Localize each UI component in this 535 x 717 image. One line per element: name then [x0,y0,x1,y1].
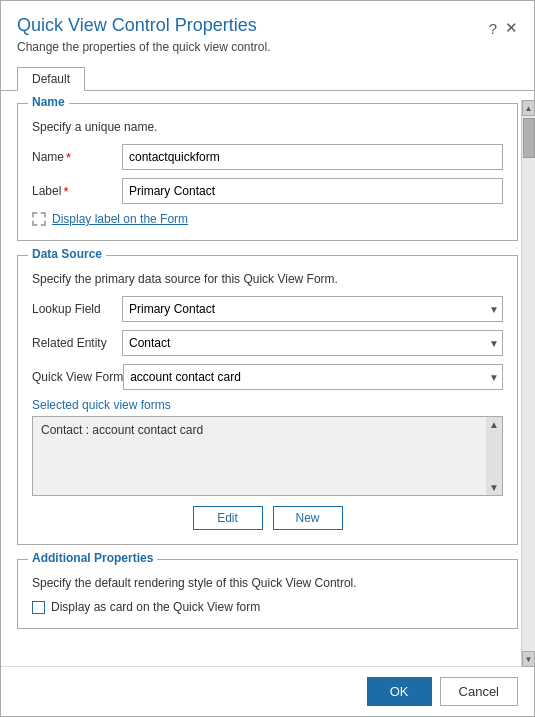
datasource-legend: Data Source [28,247,106,261]
help-icon[interactable]: ? [489,20,497,37]
display-label-text[interactable]: Display label on the Form [52,212,188,226]
additional-section: Additional Properties Specify the defaul… [17,559,518,629]
tab-default[interactable]: Default [17,67,85,91]
datasource-description: Specify the primary data source for this… [32,272,503,286]
quickviewform-label: Quick View Form [32,370,123,384]
label-row: Label * [32,178,503,204]
selected-forms-item: Contact : account contact card [37,421,484,439]
form-row: Quick View Form account contact card ▼ [32,364,503,390]
scroll-up-icon[interactable]: ▲ [489,419,499,430]
name-required: * [66,150,71,165]
tabs-bar: Default [1,58,534,90]
dialog-scrollbar: ▲ ▼ [521,100,535,667]
footer: OK Cancel [1,666,534,716]
edit-button[interactable]: Edit [193,506,263,530]
entity-select-wrapper: Contact ▼ [122,330,503,356]
card-checkbox[interactable] [32,601,45,614]
entity-row: Related Entity Contact ▼ [32,330,503,356]
datasource-section: Data Source Specify the primary data sou… [17,255,518,545]
name-description: Specify a unique name. [32,120,503,134]
name-row: Name * [32,144,503,170]
selected-forms-label: Selected quick view forms [32,398,503,412]
lookup-row: Lookup Field Primary Contact ▼ [32,296,503,322]
entity-label: Related Entity [32,336,122,350]
scrollbar-up-btn[interactable]: ▲ [522,100,535,116]
cancel-button[interactable]: Cancel [440,677,518,706]
new-button[interactable]: New [273,506,343,530]
lookup-label: Lookup Field [32,302,122,316]
label-required: * [63,184,68,199]
scrollbar-down-btn[interactable]: ▼ [522,651,535,667]
dialog-title: Quick View Control Properties [17,15,270,36]
selected-forms-scrollbar: ▲ ▼ [486,417,502,495]
name-input[interactable] [122,144,503,170]
display-label-row: Display label on the Form [32,212,503,226]
lookup-select-wrapper: Primary Contact ▼ [122,296,503,322]
display-label-checkbox[interactable] [32,212,46,226]
ok-button[interactable]: OK [367,677,432,706]
edit-new-row: Edit New [32,506,503,530]
content-area: Name Specify a unique name. Name * Label… [1,90,534,666]
name-section: Name Specify a unique name. Name * Label… [17,103,518,241]
additional-description: Specify the default rendering style of t… [32,576,503,590]
additional-legend: Additional Properties [28,551,157,565]
card-checkbox-label: Display as card on the Quick View form [51,600,260,614]
scroll-down-icon[interactable]: ▼ [489,482,499,493]
selected-forms-box: Contact : account contact card ▲ ▼ [32,416,503,496]
name-label: Name * [32,150,122,165]
dialog: Quick View Control Properties Change the… [0,0,535,717]
entity-select[interactable]: Contact [122,330,503,356]
label-input[interactable] [122,178,503,204]
scrollbar-thumb[interactable] [523,118,535,158]
title-actions: ? ✕ [489,15,518,37]
form-select-wrapper: account contact card ▼ [123,364,503,390]
dialog-subtitle: Change the properties of the quick view … [17,40,270,54]
lookup-select[interactable]: Primary Contact [122,296,503,322]
title-bar: Quick View Control Properties Change the… [1,1,534,58]
title-left: Quick View Control Properties Change the… [17,15,270,54]
quickviewform-select[interactable]: account contact card [123,364,503,390]
close-icon[interactable]: ✕ [505,19,518,37]
name-legend: Name [28,95,69,109]
card-checkbox-row: Display as card on the Quick View form [32,600,503,614]
label-label: Label * [32,184,122,199]
